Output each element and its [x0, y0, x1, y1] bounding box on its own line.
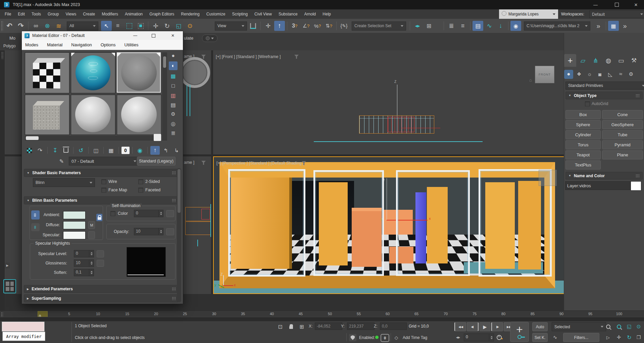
toolbar-grip[interactable] [1, 21, 3, 31]
ribbon-tab-fragment-modeling[interactable]: Mo [9, 36, 15, 41]
ribbon-tab-fragment-populate[interactable]: ulate [184, 36, 193, 41]
specular-level-spinner[interactable]: 0 [74, 250, 94, 257]
button-plane[interactable]: Plane [602, 150, 643, 159]
extended-parameters-rollout[interactable]: ▶ Extended Parameters [24, 285, 179, 293]
toolbar-overflow-chevron-2[interactable]: » [620, 21, 630, 31]
reset-map-icon[interactable]: ↺ [76, 146, 86, 155]
category-lights[interactable]: ☼ [585, 70, 594, 79]
delete-material-icon[interactable] [61, 146, 70, 155]
material-editor-maximize-icon[interactable] [147, 31, 160, 40]
specular-level-map-button[interactable] [97, 250, 104, 257]
y-coordinate-field[interactable]: 219,237 [347, 323, 375, 330]
lock-ambient-diffuse-icon[interactable]: ∞ [31, 210, 40, 219]
viewport-filter-icon-2[interactable] [201, 161, 206, 165]
make-preview-icon[interactable]: ▤ [169, 100, 178, 109]
category-select[interactable]: Standard Primitives [565, 82, 644, 90]
object-color-swatch[interactable] [631, 181, 641, 191]
angle-snap-icon[interactable]: ∠? [301, 21, 311, 31]
selection-lock-icon[interactable] [287, 323, 295, 331]
menu-file[interactable]: File [1, 12, 14, 16]
pick-material-icon[interactable]: ✐ [57, 157, 65, 165]
assign-to-selection-icon[interactable]: ↧ [50, 146, 60, 155]
workspace-select[interactable]: Default [589, 10, 644, 18]
spinner-snap-icon[interactable]: ⇅? [324, 21, 334, 31]
soften-spinner[interactable]: 0,1 [74, 269, 94, 276]
absolute-offset-icon[interactable]: ⊞ [297, 323, 306, 331]
selection-filter-select[interactable]: All [67, 21, 98, 31]
go-to-start-button[interactable]: ◀◀ [454, 322, 466, 331]
make-copy-icon[interactable]: ◫ [91, 146, 101, 155]
viewport-front-filter-icon[interactable] [294, 55, 299, 59]
minimize-button[interactable]: — [588, 0, 603, 9]
ambient-color-swatch[interactable] [63, 211, 86, 219]
play-button[interactable]: ▶ [479, 322, 491, 331]
material-type-button[interactable]: Standard (Legacy) [137, 157, 176, 165]
time-configuration-icon[interactable]: ● [496, 334, 504, 341]
autogrid-checkbox[interactable] [585, 101, 590, 106]
tab-utilities[interactable]: ⚒ [628, 54, 640, 67]
enabled-value-toggle[interactable]: 0 [381, 334, 389, 342]
material-editor-minimize-icon[interactable]: — [129, 31, 142, 40]
faceted-checkbox[interactable] [138, 188, 143, 193]
align-button[interactable]: ⊞ [424, 21, 434, 31]
sample-slot-active[interactable] [117, 52, 161, 93]
diffuse-map-button[interactable]: M [88, 221, 95, 229]
menu-tools[interactable]: Tools [28, 12, 44, 16]
scrollbar-thumb[interactable] [26, 136, 39, 140]
curve-editor-button[interactable]: ∿ [484, 21, 495, 31]
viewport-layout-tab[interactable] [3, 279, 16, 293]
go-forward-sibling-icon[interactable]: ↳ [172, 146, 181, 155]
project-path-field[interactable]: C:\Users\maggi...s\3ds Max 202 [524, 21, 590, 31]
ambient-diffuse-lock-icon[interactable] [96, 214, 102, 221]
viewport-filter-icon[interactable] [201, 55, 206, 59]
select-link-icon[interactable]: ∞ [31, 21, 41, 31]
unlink-icon[interactable]: ⊗ [42, 21, 53, 31]
material-editor-button[interactable]: ◉ [510, 21, 521, 31]
set-keys-button[interactable]: + [510, 322, 529, 342]
ribbon-panel-fragment-polygon[interactable]: Polygo [3, 44, 16, 48]
put-to-library-icon[interactable]: ▦ [106, 146, 116, 155]
slots-corner-box[interactable] [154, 134, 161, 141]
slots-horizontal-scrollbar[interactable] [25, 136, 161, 141]
video-color-check-icon[interactable]: ▥ [169, 91, 178, 100]
pan-icon[interactable]: ✛ [614, 333, 624, 341]
sample-slot-water[interactable] [71, 52, 115, 93]
self-illumination-map-button[interactable] [166, 210, 174, 217]
object-type-rollout[interactable]: ▼ Object Type [565, 92, 643, 99]
rollout-scrollbar[interactable] [177, 168, 181, 302]
zoom-icon[interactable] [603, 323, 613, 331]
category-helpers[interactable]: ◺ [606, 70, 615, 79]
scene-explorer-button[interactable]: ≣ [446, 21, 457, 31]
category-cameras[interactable]: ◙ [595, 70, 604, 79]
undo-button[interactable]: ↶ [4, 21, 15, 31]
menu-arnold[interactable]: Arnold [301, 12, 319, 16]
menu-scripting[interactable]: Scripting [229, 12, 251, 16]
set-key-button[interactable]: Set K. [532, 333, 548, 342]
window-crossing-button[interactable] [135, 21, 146, 31]
material-map-navigator-icon[interactable]: ≣ [169, 129, 178, 137]
lock-diffuse-specular-icon[interactable]: ∞ [31, 223, 40, 231]
object-name-field[interactable]: Layer:vidros [565, 181, 632, 190]
put-to-scene-icon[interactable]: ↷ [35, 146, 45, 155]
viewcube-home-icon[interactable]: ⌂ [528, 77, 533, 83]
button-box[interactable]: Box [565, 110, 601, 119]
opacity-map-button[interactable] [166, 228, 174, 235]
zoom-all-icon[interactable] [614, 323, 624, 331]
zoom-extents-icon[interactable]: ◱ [625, 323, 634, 331]
tab-display[interactable]: ▭ [615, 54, 627, 67]
viewport-bottom-left-label-fragment[interactable]: ame ] [184, 160, 194, 165]
select-manipulate-button[interactable]: ✛ [263, 21, 274, 31]
button-geosphere[interactable]: GeoSphere [602, 120, 643, 129]
shading-type-select[interactable]: Blinn [33, 178, 95, 187]
select-move-button[interactable]: ✛ [150, 21, 161, 31]
shader-basic-parameters-rollout[interactable]: ▼ Shader Basic Parameters [24, 169, 179, 177]
ribbon-config-button[interactable] [202, 35, 217, 42]
me-menu-modes[interactable]: Modes [25, 42, 43, 47]
sample-type-icon[interactable]: ● [169, 51, 178, 60]
tab-hierarchy[interactable]: ⋔ [590, 54, 602, 67]
add-time-tag[interactable]: Add Time Tag [403, 335, 427, 340]
menu-animation[interactable]: Animation [121, 12, 146, 16]
me-menu-material[interactable]: Material [43, 42, 67, 47]
viewport-perspective[interactable]: z y x [+] [Perspective ] [Standard ] [De… [213, 156, 564, 294]
mirror-button[interactable]: ◂▸ [412, 21, 423, 31]
